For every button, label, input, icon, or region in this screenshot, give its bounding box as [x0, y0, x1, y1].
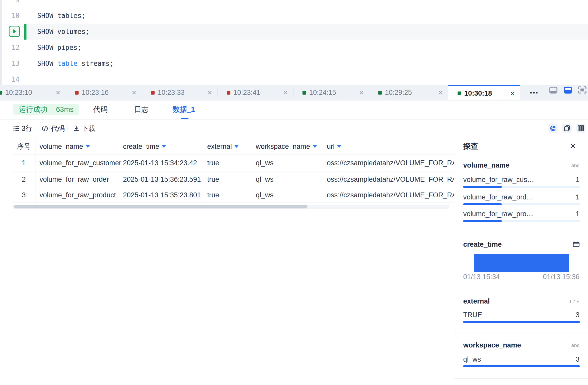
code-text: SHOW tables;	[37, 12, 86, 20]
close-icon	[570, 143, 576, 149]
profile-entry-label: TRUE	[463, 311, 482, 319]
result-tab-10-23-10[interactable]: 10:23:10 ✕	[0, 85, 66, 100]
tab-time-label: 10:23:16	[82, 89, 109, 97]
code-line-current[interactable]: SHOW volumes;	[37, 27, 90, 36]
section-divider	[454, 334, 588, 334]
profile-panel: 探查 volume_name abc volume_for_raw_cus… 1…	[454, 139, 588, 385]
run-line-button[interactable]	[9, 26, 20, 37]
column-border	[203, 139, 203, 203]
profile-entry-count: 1	[576, 176, 580, 184]
header-volume-name[interactable]: volume_name	[40, 142, 90, 151]
table-border	[12, 187, 454, 187]
section-divider	[454, 289, 588, 289]
result-tab-10-24-15[interactable]: 10:24:15 ✕	[293, 85, 369, 100]
close-tab-icon[interactable]: ✕	[283, 85, 288, 100]
profile-bar	[463, 203, 580, 205]
profile-entry-label: ql_ws	[463, 355, 481, 363]
profile-entry-count: 3	[576, 311, 580, 319]
toolbar-separator	[68, 124, 68, 132]
code-icon	[42, 126, 48, 131]
cell-index: 1	[12, 159, 35, 167]
line-number: 12	[0, 43, 20, 52]
cell-volume-name: volume_for_raw_customer	[40, 159, 121, 167]
close-tab-icon[interactable]: ✕	[207, 85, 212, 100]
code-line[interactable]: SHOW pipes;	[37, 43, 81, 52]
toolbar-separator	[36, 124, 36, 132]
result-tab-10-29-25[interactable]: 10:29:25 ✕	[369, 85, 448, 100]
code-text: streams;	[78, 60, 114, 67]
header-url[interactable]: url	[327, 142, 341, 151]
column-view-button[interactable]	[576, 124, 585, 133]
range-start-label: 01/13 15:34	[463, 273, 500, 281]
result-tab-10-23-16[interactable]: 10:23:16 ✕	[66, 85, 142, 100]
sort-caret-icon[interactable]	[234, 145, 239, 148]
header-workspace-name[interactable]: workspace_name	[256, 142, 317, 151]
profile-entry-count: 1	[576, 193, 580, 201]
sort-caret-icon[interactable]	[313, 145, 317, 148]
fullscreen-icon	[578, 86, 586, 94]
pill-separator	[52, 106, 52, 113]
header-label: url	[327, 142, 335, 151]
download-button[interactable]: 下载	[73, 123, 96, 134]
tab-code[interactable]: 代码	[93, 105, 108, 114]
error-status-icon	[75, 91, 79, 95]
fullscreen-button[interactable]	[578, 86, 586, 94]
result-tab-10-23-33[interactable]: 10:23:33 ✕	[142, 85, 217, 100]
editor-layout-icon	[549, 87, 557, 94]
sort-caret-icon[interactable]	[86, 145, 90, 148]
result-tab-10-23-41[interactable]: 10:23:41 ✕	[217, 85, 293, 100]
profile-bar-fill	[463, 365, 580, 367]
profile-bar	[463, 365, 580, 367]
close-tab-icon[interactable]: ✕	[131, 85, 137, 100]
profile-chart-button[interactable]	[548, 124, 558, 133]
split-layout-button[interactable]	[564, 86, 572, 94]
sql-ide-window: 9 10 12 13 14 SHOW tables; SHOW volumes;…	[0, 0, 588, 385]
profile-bar	[463, 321, 580, 323]
profile-section-volume-name: volume_name	[463, 161, 509, 169]
header-external[interactable]: external	[207, 142, 239, 151]
profile-section-external: external	[463, 297, 490, 305]
code-editor[interactable]: 9 10 12 13 14 SHOW tables; SHOW volumes;…	[0, 0, 588, 85]
header-index: 序号	[12, 142, 35, 151]
code-text: SHOW	[37, 60, 57, 67]
columns-icon	[578, 125, 584, 131]
tab-data-1[interactable]: 数据_1	[173, 105, 195, 114]
copy-results-button[interactable]	[562, 124, 572, 133]
close-tab-icon[interactable]: ✕	[55, 85, 61, 100]
close-tab-icon[interactable]: ✕	[438, 85, 443, 100]
tab-time-label: 10:30:18	[464, 89, 492, 97]
download-icon	[73, 126, 79, 131]
sort-caret-icon[interactable]	[337, 145, 341, 148]
current-line-highlight	[25, 24, 588, 40]
editor-only-layout-button[interactable]	[549, 86, 558, 94]
cell-create-time: 2025-01-13 15:36:23.591	[123, 175, 201, 184]
section-divider	[454, 378, 588, 379]
code-line[interactable]: SHOW tables;	[37, 12, 86, 20]
play-icon	[12, 29, 17, 34]
profile-entry-count: 3	[576, 355, 580, 363]
profile-entry-label: volume_for_raw_cus…	[463, 176, 534, 184]
horizontal-scrollbar-thumb[interactable]	[14, 205, 307, 208]
profile-bar-fill	[463, 321, 580, 323]
close-tab-icon[interactable]: ✕	[510, 86, 515, 100]
profile-bar-fill	[463, 186, 502, 188]
row-count-label: 3行	[22, 124, 32, 133]
cell-external: true	[207, 159, 219, 167]
close-panel-button[interactable]	[569, 142, 577, 150]
profile-bar-fill	[463, 220, 502, 222]
cell-volume-name: volume_for_raw_order	[40, 175, 109, 184]
tab-log[interactable]: 日志	[134, 105, 149, 114]
copy-icon	[564, 125, 570, 131]
view-code-button[interactable]: 代码	[42, 123, 65, 134]
code-text: SHOW volumes;	[37, 28, 90, 35]
type-badge-abc: abc	[571, 162, 580, 169]
close-tab-icon[interactable]: ✕	[359, 85, 364, 100]
gutter-separator	[25, 0, 25, 85]
code-line[interactable]: SHOW table streams;	[37, 59, 113, 68]
more-tabs-button[interactable]: ⋯	[528, 85, 540, 100]
panel-left-edge	[1, 100, 1, 385]
column-border	[119, 139, 119, 203]
sort-caret-icon[interactable]	[162, 145, 166, 148]
header-create-time[interactable]: create_time	[123, 142, 166, 151]
result-tab-10-30-18-active[interactable]: 10:30:18 ✕	[448, 85, 520, 100]
